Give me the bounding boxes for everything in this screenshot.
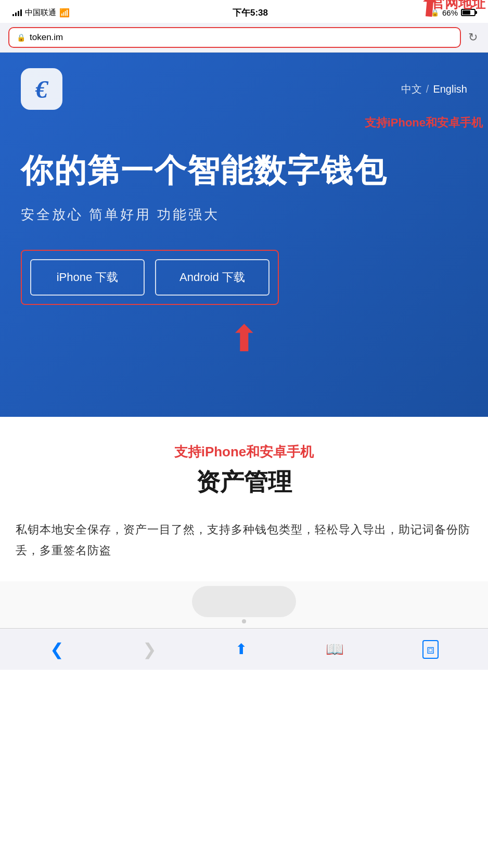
content-annotation: 支持iPhone和安卓手机 (16, 443, 472, 461)
share-icon: ⬆ (235, 641, 247, 658)
back-button[interactable]: ❮ (42, 635, 72, 663)
home-bar[interactable] (192, 586, 296, 617)
lang-cn[interactable]: 中文 (401, 82, 422, 96)
status-bar: 中国联通 📶 下午5:38 🔒 66% (0, 0, 488, 23)
battery-icon (461, 9, 476, 16)
lang-en[interactable]: English (433, 83, 467, 95)
lock-icon: 🔒 (17, 33, 25, 42)
tabs-icon: ⧈ (422, 640, 439, 659)
bookmarks-icon: 📖 (326, 641, 344, 658)
home-indicator (192, 586, 296, 623)
status-left: 中国联通 📶 (12, 8, 70, 18)
browser-bottom-nav: ❮ ❯ ⬆ 📖 ⧈ (0, 628, 488, 670)
content-description: 私钥本地安全保存，资产一目了然，支持多种钱包类型，轻松导入导出，助记词备份防丢，… (16, 519, 472, 560)
lock-status-icon: 🔒 (431, 9, 439, 17)
forward-button[interactable]: ❯ (134, 635, 165, 663)
hero-annotation: 支持iPhone和安卓手机 (365, 115, 483, 131)
arrow-up-annotation: ⬆ (21, 315, 467, 357)
lang-divider: / (426, 83, 429, 95)
home-dot (242, 619, 246, 623)
home-indicator-area (0, 581, 488, 628)
refresh-button[interactable]: ↻ (466, 29, 480, 46)
download-buttons-group: iPhone 下载 Android 下载 (21, 250, 279, 305)
hero-section: € 中文 / English 支持iPhone和安卓手机 你的第一个智能数字钱包… (0, 53, 488, 417)
browser-bar: 🔒 token.im ↻ (0, 23, 488, 53)
arrow-up-icon: ⬆ (229, 321, 260, 357)
share-button[interactable]: ⬆ (227, 636, 255, 662)
logo-icon: € (35, 75, 48, 104)
lang-switcher[interactable]: 中文 / English (401, 82, 467, 96)
status-time: 下午5:38 (233, 7, 268, 19)
logo: € (21, 68, 62, 110)
content-title: 资产管理 (16, 466, 472, 499)
forward-icon: ❯ (143, 640, 157, 659)
bookmarks-button[interactable]: 📖 (317, 636, 352, 662)
wifi-icon: 📶 (59, 8, 70, 18)
url-bar[interactable]: 🔒 token.im (8, 27, 461, 48)
hero-subtitle: 安全放心 简单好用 功能强大 (21, 206, 467, 224)
back-icon: ❮ (50, 640, 64, 659)
content-section: 支持iPhone和安卓手机 资产管理 私钥本地安全保存，资产一目了然，支持多种钱… (0, 417, 488, 581)
tabs-button[interactable]: ⧈ (414, 636, 447, 663)
android-download-button[interactable]: Android 下载 (155, 259, 269, 296)
signal-bars-icon (12, 9, 22, 16)
browser-bar-wrapper: 🔒 token.im ↻ ⬈ 官网地址 (0, 23, 488, 53)
carrier-label: 中国联通 (25, 8, 56, 18)
status-right: 🔒 66% (431, 8, 476, 17)
hero-title: 你的第一个智能数字钱包 (21, 151, 467, 190)
iphone-download-button[interactable]: iPhone 下载 (30, 259, 145, 296)
hero-nav: € 中文 / English (21, 68, 467, 110)
url-text[interactable]: token.im (30, 32, 63, 43)
battery-percent: 66% (442, 8, 458, 17)
